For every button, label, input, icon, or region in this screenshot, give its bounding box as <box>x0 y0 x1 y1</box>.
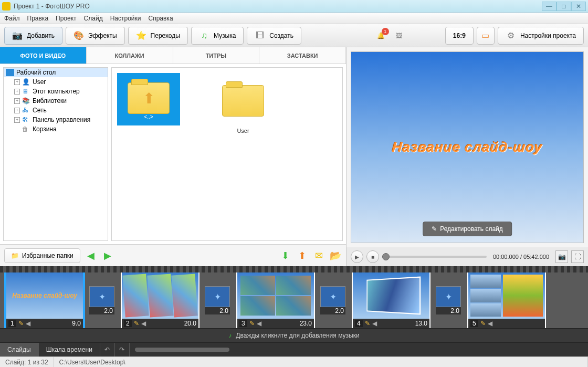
folder-up[interactable]: ⬆<..> <box>117 73 180 125</box>
tree-item-control-panel[interactable]: +🛠Панель управления <box>12 115 108 124</box>
preview-title-text: Название слайд-шоу <box>392 139 543 155</box>
tree-item-trash[interactable]: 🗑Корзина <box>12 124 108 134</box>
app-icon <box>2 2 10 11</box>
pencil-icon: ✎ <box>432 225 437 233</box>
tree-item-network[interactable]: +🖧Сеть <box>12 106 108 115</box>
chevron-left-icon[interactable]: ◀ <box>488 320 492 327</box>
transition-2[interactable]: ✦2.0 <box>205 286 230 314</box>
folder-up-icon: ⬆ <box>128 82 170 114</box>
aspect-ratio-button[interactable]: 16:9 <box>445 27 474 45</box>
main-toolbar: 📷Добавить 🎨Эффекты ⭐Переходы ♫Музыка 🎞Со… <box>0 24 588 47</box>
tab-create[interactable]: 🎞Создать <box>247 27 301 45</box>
tree-item-computer[interactable]: +🖥Этот компьютер <box>12 87 108 96</box>
gear-icon: ⚙ <box>506 30 516 41</box>
tree-item-user[interactable]: +👤User <box>12 77 108 87</box>
fullscreen-button[interactable]: ⛶ <box>571 250 584 263</box>
subtab-collages[interactable]: КОЛЛАЖИ <box>87 47 173 64</box>
menu-project[interactable]: Проект <box>56 15 77 22</box>
transition-4[interactable]: ✦2.0 <box>436 286 461 314</box>
tab-effects[interactable]: 🎨Эффекты <box>66 27 125 45</box>
subtab-photo-video[interactable]: ФОТО И ВИДЕО <box>0 47 87 64</box>
tab-transitions[interactable]: ⭐Переходы <box>128 27 188 45</box>
expand-icon[interactable]: + <box>14 89 20 95</box>
timeline: Название слайд-шоу 1✎◀9.0 ✦2.0 2✎◀20.0 ✦… <box>0 266 588 356</box>
safe-area-button[interactable]: ▭ <box>477 27 495 45</box>
edit-icon[interactable]: ✎ <box>249 320 255 327</box>
gallery-button[interactable]: 🖼 <box>393 29 405 42</box>
tree-item-libraries[interactable]: +📚Библиотеки <box>12 96 108 106</box>
trash-icon: 🗑 <box>22 125 30 133</box>
redo-button[interactable]: ↷ <box>115 343 130 356</box>
chevron-left-icon[interactable]: ◀ <box>372 320 377 327</box>
menu-settings[interactable]: Настройки <box>110 15 141 22</box>
edit-icon[interactable]: ✎ <box>365 320 370 327</box>
stop-button[interactable]: ■ <box>366 250 379 263</box>
playback-time: 00:00.000 / 05:42.000 <box>493 254 549 260</box>
download-button[interactable]: ⬇ <box>279 249 291 262</box>
slider-knob[interactable] <box>382 253 390 260</box>
timeline-tab-time[interactable]: Шкала времени <box>39 343 100 356</box>
favorite-folders-button[interactable]: 📁Избранные папки <box>4 248 80 263</box>
menu-file[interactable]: Файл <box>4 15 20 22</box>
tab-add[interactable]: 📷Добавить <box>4 27 62 45</box>
menu-help[interactable]: Справка <box>148 15 173 22</box>
subtab-titles[interactable]: ТИТРЫ <box>173 47 260 64</box>
project-settings-button[interactable]: ⚙Настройки проекта <box>498 27 584 45</box>
slides-row[interactable]: Название слайд-шоу 1✎◀9.0 ✦2.0 2✎◀20.0 ✦… <box>0 272 588 328</box>
folder-thumbnails: ⬆<..> User <box>111 67 343 241</box>
edit-icon[interactable]: ✎ <box>134 320 139 327</box>
preview-canvas: Название слайд-шоу ✎Редактировать слайд <box>351 51 584 243</box>
browser-panel: ФОТО И ВИДЕО КОЛЛАЖИ ТИТРЫ ЗАСТАВКИ Рабо… <box>0 47 346 266</box>
notifications-button[interactable]: 🔔1 <box>375 29 387 42</box>
slide-1[interactable]: Название слайд-шоу 1✎◀9.0 <box>5 272 84 328</box>
tree-root-desktop[interactable]: Рабочий стол <box>4 68 108 77</box>
slide-3[interactable]: 3✎◀23.0 <box>236 272 315 328</box>
play-button[interactable]: ▶ <box>351 250 363 263</box>
statusbar: Слайд: 1 из 32 C:\Users\User\Desktop\ <box>0 356 588 367</box>
edit-slide-button[interactable]: ✎Редактировать слайд <box>423 222 512 236</box>
open-folder-button[interactable]: ✉ <box>312 249 325 262</box>
image-icon: 🖼 <box>396 32 402 39</box>
preview-panel: Название слайд-шоу ✎Редактировать слайд … <box>346 47 588 266</box>
edit-icon[interactable]: ✎ <box>18 320 24 327</box>
subtab-splash[interactable]: ЗАСТАВКИ <box>259 47 346 64</box>
expand-icon[interactable]: + <box>14 117 20 123</box>
slide-2[interactable]: 2✎◀20.0 <box>121 272 200 328</box>
menu-edit[interactable]: Правка <box>27 15 49 22</box>
upload-button[interactable]: ⬆ <box>296 249 308 262</box>
menu-slide[interactable]: Слайд <box>84 15 103 22</box>
music-track[interactable]: ♪Дважды кликните для добавления музыки <box>0 328 588 343</box>
tab-music[interactable]: ♫Музыка <box>191 27 244 45</box>
maximize-button[interactable]: □ <box>556 2 571 11</box>
transition-icon: ✦ <box>320 286 345 307</box>
snapshot-button[interactable]: 📷 <box>555 250 568 263</box>
minimize-button[interactable]: — <box>542 2 556 11</box>
library-icon: 📚 <box>22 97 30 104</box>
timeline-tab-slides[interactable]: Слайды <box>0 343 39 356</box>
edit-icon[interactable]: ✎ <box>480 320 486 327</box>
transition-3[interactable]: ✦2.0 <box>320 286 345 314</box>
slide-4[interactable]: 4✎◀13.0 <box>352 272 430 328</box>
chevron-left-icon[interactable]: ◀ <box>141 320 146 327</box>
close-button[interactable]: ✕ <box>571 2 586 11</box>
menubar: Файл Правка Проект Слайд Настройки Справ… <box>0 13 588 24</box>
titlebar: Проект 1 - ФотоШОУ PRO — □ ✕ <box>0 0 588 13</box>
transition-icon: ✦ <box>89 286 114 307</box>
zoom-slider[interactable] <box>135 348 229 352</box>
undo-button[interactable]: ↶ <box>100 343 115 356</box>
nav-forward-button[interactable]: ▶ <box>101 249 114 262</box>
folder-tree[interactable]: Рабочий стол +👤User +🖥Этот компьютер +📚Б… <box>3 67 108 241</box>
expand-icon[interactable]: + <box>14 98 20 104</box>
slide-5[interactable]: 5✎◀ <box>467 272 546 328</box>
folder-user[interactable]: User <box>212 73 275 134</box>
user-icon: 👤 <box>22 78 30 86</box>
folder-icon <box>222 85 264 117</box>
chevron-left-icon[interactable]: ◀ <box>26 320 30 327</box>
chevron-left-icon[interactable]: ◀ <box>257 320 261 327</box>
expand-icon[interactable]: + <box>14 79 20 85</box>
expand-icon[interactable]: + <box>14 108 20 113</box>
transition-1[interactable]: ✦2.0 <box>89 286 114 314</box>
playback-slider[interactable] <box>382 256 487 258</box>
new-folder-button[interactable]: 📂 <box>329 249 342 262</box>
nav-back-button[interactable]: ◀ <box>85 249 97 262</box>
